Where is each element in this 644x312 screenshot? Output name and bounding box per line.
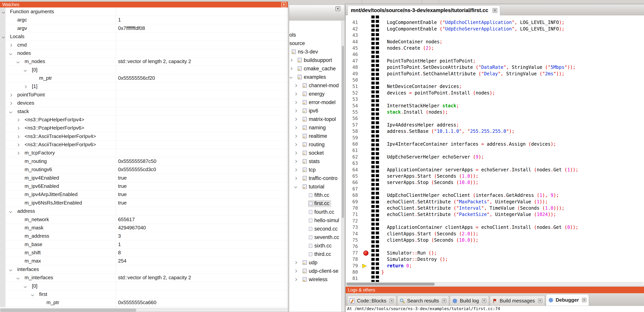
chevron-down-icon[interactable] xyxy=(294,185,297,189)
logs-tab-build-messages[interactable]: Build messages× xyxy=(490,296,545,306)
tree-item-ols[interactable]: ols xyxy=(289,31,296,39)
chevron-right-icon[interactable] xyxy=(290,67,292,71)
editor-hscrollbar[interactable] xyxy=(346,282,644,286)
tree-item-wireless[interactable]: wireless xyxy=(289,275,328,284)
tree-item-realtime[interactable]: realtime xyxy=(289,132,327,140)
line-number[interactable]: 71 xyxy=(346,211,358,218)
tree-item-sixth-cc[interactable]: sixth.cc xyxy=(289,241,332,250)
line-number[interactable]: 67 xyxy=(346,186,358,192)
watch-row[interactable]: [0] xyxy=(0,66,287,74)
chevron-right-icon[interactable] xyxy=(24,85,27,88)
chevron-down-icon[interactable] xyxy=(24,285,27,288)
watch-row[interactable]: Function arguments xyxy=(0,7,287,16)
watch-row[interactable]: pointToPoint xyxy=(0,91,287,99)
chevron-right-icon[interactable] xyxy=(290,59,292,62)
line-number[interactable]: 73 xyxy=(346,224,358,231)
close-icon[interactable]: × xyxy=(336,6,340,11)
chevron-down-icon[interactable] xyxy=(24,69,27,72)
watch-row[interactable]: nodes xyxy=(0,49,287,57)
line-number[interactable]: 46 xyxy=(346,51,358,58)
watch-row[interactable]: cmd xyxy=(0,41,287,49)
watch-row[interactable]: m_address3 xyxy=(0,232,287,240)
line-number[interactable]: 79 xyxy=(346,263,358,269)
chevron-right-icon[interactable] xyxy=(16,152,20,155)
watch-row[interactable]: first xyxy=(0,290,287,299)
chevron-right-icon[interactable] xyxy=(294,261,297,265)
watch-row[interactable]: <ns3::PcapHelperForIpv6> xyxy=(0,124,287,132)
chevron-right-icon[interactable] xyxy=(16,119,20,122)
watch-row[interactable]: m_ipv6NsRsJitterEnabledtrue xyxy=(0,199,287,207)
logs-titlebar[interactable]: Logs & others xyxy=(346,287,644,293)
line-number[interactable]: 80 xyxy=(346,269,358,275)
tree-item-energy[interactable]: energy xyxy=(289,90,325,98)
watch-row[interactable]: m_base1 xyxy=(0,240,287,249)
chevron-down-icon[interactable] xyxy=(9,268,12,271)
line-number[interactable]: 48 xyxy=(346,64,358,71)
chevron-right-icon[interactable] xyxy=(9,94,12,97)
line-number[interactable]: 43 xyxy=(346,32,358,38)
tree-item-third-cc[interactable]: third.cc xyxy=(289,250,331,258)
watch-row[interactable]: m_ptr0x5555555ca660 xyxy=(0,298,287,307)
chevron-right-icon[interactable] xyxy=(294,177,297,180)
line-number[interactable]: 81 xyxy=(346,275,358,282)
line-number[interactable]: 77 xyxy=(346,250,358,256)
watch-row[interactable]: m_mask4294967040 xyxy=(0,224,287,232)
chevron-right-icon[interactable] xyxy=(294,168,297,172)
close-icon[interactable]: × xyxy=(281,2,286,7)
chevron-down-icon[interactable] xyxy=(16,60,20,63)
chevron-right-icon[interactable] xyxy=(9,102,12,105)
line-number[interactable]: 69 xyxy=(346,198,358,205)
tree-item-traffic-contro[interactable]: traffic-contro xyxy=(289,174,338,182)
chevron-down-icon[interactable] xyxy=(9,52,12,55)
watch-row[interactable]: m_tcpFactory xyxy=(0,149,287,157)
scrollbar-thumb[interactable] xyxy=(342,46,344,218)
line-number[interactable]: 58 xyxy=(346,128,358,135)
logs-tab-code-blocks[interactable]: Code::Blocks× xyxy=(347,296,396,306)
close-icon[interactable]: × xyxy=(442,299,446,303)
watch-row[interactable]: m_ptr0x55555556cf20 xyxy=(0,74,287,82)
line-number[interactable]: 50 xyxy=(346,77,358,83)
chevron-down-icon[interactable] xyxy=(31,293,34,296)
tree-item-buildsupport[interactable]: buildsupport xyxy=(289,56,332,64)
tree-item-first-cc[interactable]: first.cc xyxy=(289,199,331,208)
chevron-down-icon[interactable] xyxy=(9,210,12,213)
chevron-right-icon[interactable] xyxy=(294,126,297,130)
line-number[interactable]: 60 xyxy=(346,141,358,147)
chevron-right-icon[interactable] xyxy=(294,118,297,121)
watches-hscrollbar[interactable] xyxy=(0,308,288,312)
tree-item-tcp[interactable]: tcp xyxy=(289,165,316,174)
tree-item-channel-mod[interactable]: channel-mod xyxy=(289,81,339,90)
chevron-right-icon[interactable] xyxy=(294,135,297,138)
tree-item-fourth-cc[interactable]: fourth.cc xyxy=(289,208,334,216)
tree-item-hello-simul[interactable]: hello-simul xyxy=(289,216,339,225)
line-number[interactable]: 54 xyxy=(346,103,358,109)
watch-row[interactable]: <ns3::AsciiTraceHelperForIpv4> xyxy=(0,132,287,141)
chevron-down-icon[interactable] xyxy=(9,110,12,113)
close-icon[interactable]: × xyxy=(482,299,486,303)
chevron-right-icon[interactable] xyxy=(294,143,297,147)
watch-row[interactable]: <ns3::PcapHelperForIpv4> xyxy=(0,116,287,124)
chevron-right-icon[interactable] xyxy=(294,278,297,281)
chevron-right-icon[interactable] xyxy=(294,84,297,87)
logs-tab-debugger[interactable]: Debugger× xyxy=(546,294,589,306)
watch-row[interactable]: m_ipv4Enabledtrue xyxy=(0,174,287,182)
watch-row[interactable]: m_max254 xyxy=(0,257,287,265)
line-number[interactable]: 57 xyxy=(346,122,358,128)
line-number[interactable]: 45 xyxy=(346,45,358,51)
tree-item-fifth-cc[interactable]: fifth.cc xyxy=(289,191,329,199)
watch-row[interactable]: m_routing0x555555587c50 xyxy=(0,157,287,165)
watch-row[interactable]: [0] xyxy=(0,282,287,290)
tree-item-stats[interactable]: stats xyxy=(289,157,320,165)
scrollbar-thumb[interactable] xyxy=(346,283,435,286)
line-number[interactable]: 52 xyxy=(346,90,358,96)
line-number[interactable]: 74 xyxy=(346,231,358,237)
line-number[interactable]: 51 xyxy=(346,83,358,90)
watch-row[interactable]: m_interfacesstd::vector of length 2, cap… xyxy=(0,274,287,282)
scrollbar-thumb[interactable] xyxy=(0,309,136,312)
watch-row[interactable]: m_routingv60x5555555cd3c0 xyxy=(0,165,287,174)
line-number[interactable]: 66 xyxy=(346,179,358,186)
chevron-down-icon[interactable] xyxy=(16,277,20,280)
chevron-right-icon[interactable] xyxy=(294,152,297,155)
line-number[interactable]: 62 xyxy=(346,154,358,160)
projects-scrollbar[interactable] xyxy=(341,21,344,312)
